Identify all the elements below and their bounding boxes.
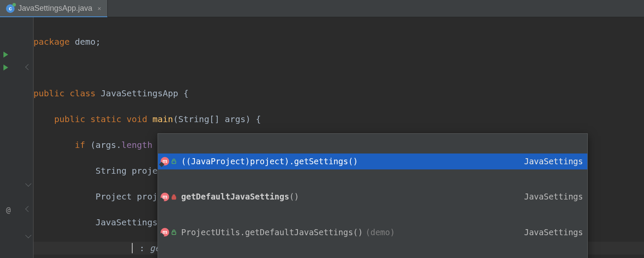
method-icon: m [161,193,169,201]
svg-rect-1 [172,197,176,199]
close-icon[interactable]: × [97,5,101,12]
completion-return-type: JavaSettings [524,157,583,166]
editor-tabbar: JavaSettingsApp.java × [0,0,644,17]
java-class-icon [6,4,15,13]
completion-label: getDefaultJavaSettings() [181,192,524,202]
completion-return-type: JavaSettings [524,192,583,202]
file-tab[interactable]: JavaSettingsApp.java × [0,0,108,17]
completion-return-type: JavaSettings [524,227,583,237]
tab-filename: JavaSettingsApp.java [18,4,92,13]
public-visibility-icon [171,229,177,235]
run-triangle-icon[interactable] [3,64,8,71]
public-visibility-icon [171,158,177,164]
svg-rect-2 [172,232,176,234]
code-area[interactable]: package demo; public class JavaSettingsA… [33,17,644,258]
fold-close-icon[interactable] [25,181,31,187]
text-caret [132,243,133,253]
private-visibility-icon [171,194,177,200]
completion-item[interactable]: m getDefaultJavaSettings() JavaSettings [158,189,587,205]
completion-item[interactable]: m ((JavaProject)project).getSettings() J… [158,154,587,169]
run-triangle-icon[interactable] [3,52,8,58]
completion-item[interactable]: m ProjectUtils.getDefaultJavaSettings()(… [158,224,587,240]
fold-close-icon[interactable] [25,232,31,238]
svg-rect-0 [172,161,176,163]
method-icon: m [161,228,169,236]
annotation-override-icon[interactable]: @ [6,205,11,214]
fold-icon[interactable] [25,64,31,70]
editor: @ package demo; public class JavaSetting… [0,17,644,258]
fold-icon[interactable] [25,206,31,212]
completion-label: ProjectUtils.getDefaultJavaSettings()(de… [181,227,524,237]
completion-popup: m ((JavaProject)project).getSettings() J… [158,133,588,258]
method-icon: m [161,157,169,166]
gutter[interactable]: @ [0,17,33,258]
completion-label: ((JavaProject)project).getSettings() [181,157,524,166]
